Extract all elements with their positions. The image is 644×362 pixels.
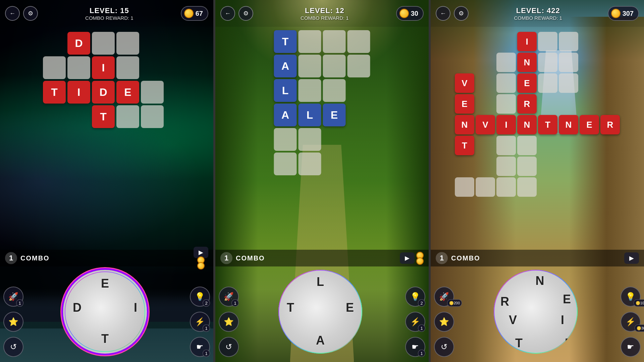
level-text-1: LEVEL: 15	[85, 6, 133, 15]
wheel-letter-T-3: T	[515, 336, 523, 350]
star-btn-2[interactable]: ⭐	[219, 312, 239, 332]
bulb-btn-3[interactable]: 💡 🪙100	[621, 287, 641, 307]
combo-label-2: COMBO	[236, 254, 265, 262]
bulb-btn-1[interactable]: 💡 2	[190, 287, 210, 307]
lightning-btn-2[interactable]: ⚡ 1	[405, 312, 425, 332]
rocket-btn-2[interactable]: 🚀 1	[219, 287, 239, 307]
game-panel-2: ← ⚙ LEVEL: 12 COMBO REWARD: 1 30 T A	[215, 0, 429, 362]
hand-btn-3[interactable]: ☛	[621, 337, 641, 357]
wheel-2[interactable]: L T E A	[278, 270, 366, 357]
grid-cell-D2: D	[92, 81, 115, 104]
bottom-bar-1: 🚀 1 ⭐ ↺	[0, 266, 213, 362]
combo-number-3: 1	[436, 252, 448, 264]
grid-cell-empty	[496, 157, 516, 176]
refresh-btn-3[interactable]: ↺	[434, 337, 454, 357]
header-right-1: 67	[181, 6, 208, 21]
grid-cell-empty	[92, 32, 115, 55]
coin-icon-2	[399, 9, 409, 18]
bulb-count-2: 2	[418, 299, 425, 307]
grid-cell-R2-3: R	[600, 115, 620, 134]
wheel-letter-L-2: L	[317, 275, 324, 289]
game-panel-3: ← ⚙ LEVEL: 422 COMBO REWARD: 1 307 I	[431, 0, 644, 362]
hand-btn-1[interactable]: ☛ 1	[190, 337, 210, 357]
wheel-letter-D-1: D	[73, 301, 82, 315]
rocket-btn-1[interactable]: 🚀 1	[3, 287, 23, 307]
combo-number-2: 1	[220, 252, 232, 264]
combo-label-3: COMBO	[451, 254, 480, 262]
grid-cell-empty	[538, 73, 557, 93]
wheel-inner-1[interactable]: E D I T	[63, 270, 147, 354]
coin-count-1: 67	[196, 10, 203, 17]
header-left-1: ← ⚙	[5, 6, 38, 21]
grid-cell-V-3: V	[455, 73, 474, 93]
wheel-1[interactable]: E D I T	[63, 270, 150, 357]
grid-cell-empty	[116, 56, 139, 79]
refresh-btn-2[interactable]: ↺	[219, 337, 239, 357]
grid-cell-I-3: I	[517, 32, 537, 51]
star-btn-3[interactable]: ⭐	[434, 312, 454, 332]
wheel-inner-3[interactable]: N R E V I T N	[494, 270, 578, 354]
back-button-2[interactable]: ←	[220, 6, 235, 21]
header-left-2: ← ⚙	[220, 6, 253, 21]
wheel-letter-I-3: I	[561, 313, 564, 327]
coin-badge-3: 307	[608, 6, 639, 21]
grid-cell-A2-2: A	[274, 104, 297, 126]
grid-cell-E-2: E	[323, 104, 346, 126]
grid-cell-empty	[347, 30, 370, 53]
grid-cell-E-3: E	[517, 73, 537, 93]
lightning-count-2: 1	[418, 324, 425, 332]
powerup-left-1: 🚀 1 ⭐ ↺	[3, 287, 23, 357]
settings-button-3[interactable]: ⚙	[454, 6, 469, 21]
settings-button-1[interactable]: ⚙	[23, 6, 38, 21]
grid-cell-empty	[323, 30, 346, 53]
wheel-letter-E-3: E	[563, 292, 571, 306]
wheel-letter-V-3: V	[509, 313, 517, 327]
settings-button-2[interactable]: ⚙	[238, 6, 253, 21]
video-button-3[interactable]: ▶	[624, 252, 639, 264]
combo-bar-1: 1 COMBO ▶	[0, 250, 213, 266]
bulb-btn-2[interactable]: 💡 2	[405, 287, 425, 307]
grid-spacer	[455, 32, 474, 51]
grid-cell-E2-3: E	[455, 94, 474, 114]
grid-cell-empty	[299, 55, 321, 77]
grid-spacer	[476, 53, 495, 72]
powerup-right-1: 💡 2 ⚡ 1 ☛ 1	[190, 287, 210, 357]
grid-cell-empty	[116, 32, 139, 55]
combo-reward-3: COMBO REWARD: 1	[514, 15, 562, 21]
wheel-inner-2[interactable]: L T E A	[278, 270, 362, 354]
grid-cell-empty	[299, 128, 321, 151]
back-button-1[interactable]: ←	[5, 6, 20, 21]
wheel-3[interactable]: N R E V I T N	[494, 270, 581, 357]
grid-cell-D: D	[67, 32, 90, 55]
lightning-btn-1[interactable]: ⚡ 1	[190, 312, 210, 332]
video-button-2[interactable]: ▶	[400, 252, 415, 264]
coin-badge-2: 30	[396, 6, 424, 21]
grid-cell-N2-3: N	[455, 115, 474, 134]
grid-cell-empty	[496, 136, 516, 155]
star-btn-1[interactable]: ⭐	[3, 312, 23, 332]
grid-cell-N4-3: N	[559, 115, 578, 134]
combo-bar-3: 1 COMBO ▶	[431, 250, 644, 266]
combo-label-1: COMBO	[20, 254, 50, 262]
wheel-letter-A-2: A	[316, 334, 325, 348]
back-button-3[interactable]: ←	[436, 6, 450, 21]
lightning-btn-3[interactable]: ⚡ 🪙300	[621, 312, 641, 332]
bottom-bar-2: 🚀 1 ⭐ ↺	[215, 266, 429, 362]
rocket-btn-3[interactable]: 🚀 🪙200	[434, 287, 454, 307]
grid-cell-A-2: A	[274, 55, 297, 77]
grid-cell-empty	[496, 53, 516, 72]
refresh-btn-1[interactable]: ↺	[3, 337, 23, 357]
rocket-count-1: 1	[16, 299, 23, 307]
wheel-letter-N2-3: N	[565, 336, 574, 350]
grid-spacer	[476, 73, 495, 93]
powerup-right-3: 💡 🪙100 ⚡ 🪙300 ☛	[621, 287, 641, 357]
grid-area-1: D I T I D E T	[43, 32, 170, 130]
grid-cell-I2: I	[67, 81, 90, 104]
coin-badge-1: 67	[181, 6, 208, 21]
grid-cell-empty	[517, 136, 537, 155]
bottom-bar-3: 🚀 🪙200 ⭐ ↺	[431, 266, 644, 362]
grid-cell-empty	[496, 73, 516, 93]
grid-cell-empty	[141, 105, 164, 128]
grid-cell-R-3: R	[517, 94, 537, 114]
hand-btn-2[interactable]: ☛ 1	[405, 337, 425, 357]
